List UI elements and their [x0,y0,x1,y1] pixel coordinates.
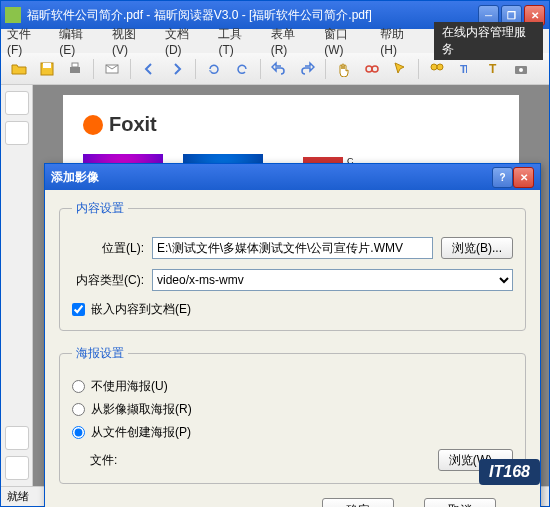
menu-view[interactable]: 视图(V) [112,26,151,57]
cancel-button[interactable]: 取消 [424,498,496,507]
hand-icon[interactable] [332,57,356,81]
menu-forms[interactable]: 表单(R) [271,26,311,57]
no-poster-label: 不使用海报(U) [91,378,168,395]
menubar: 文件(F) 编辑(E) 视图(V) 文档(D) 工具(T) 表单(R) 窗口(W… [1,29,549,53]
window-title: 福昕软件公司简介.pdf - 福昕阅读器V3.0 - [福昕软件公司简介.pdf… [27,7,478,24]
nav-prev-icon[interactable] [137,57,161,81]
sidebar [1,85,33,486]
svg-point-6 [372,66,378,72]
foxit-mark-icon [83,115,103,135]
rotate-icon[interactable] [202,57,226,81]
content-settings-group: 内容设置 位置(L): 浏览(B)... 内容类型(C): video/x-ms… [59,200,526,331]
menu-edit[interactable]: 编辑(E) [59,26,98,57]
dialog-help-button[interactable]: ? [492,167,513,188]
email-icon[interactable] [100,57,124,81]
menu-document[interactable]: 文档(D) [165,26,205,57]
foxit-text: Foxit [109,113,157,136]
location-label: 位置(L): [72,240,144,257]
svg-rect-1 [43,63,51,68]
pointer-icon[interactable] [388,57,412,81]
dialog-title: 添加影像 [51,169,492,186]
dialog-buttons: 确定 取消 [59,498,526,507]
content-settings-legend: 内容设置 [72,200,128,217]
foxit-logo: Foxit [83,105,499,144]
from-file-label: 从文件创建海报(P) [91,424,191,441]
glasses-icon[interactable] [360,57,384,81]
print-icon[interactable] [63,57,87,81]
poster-settings-legend: 海报设置 [72,345,128,362]
ok-button[interactable]: 确定 [322,498,394,507]
embed-label: 嵌入内容到文档(E) [91,301,191,318]
svg-rect-10 [466,65,467,73]
menu-tools[interactable]: 工具(T) [218,26,256,57]
dialog-body: 内容设置 位置(L): 浏览(B)... 内容类型(C): video/x-ms… [45,190,540,507]
from-video-radio[interactable] [72,403,85,416]
from-file-radio[interactable] [72,426,85,439]
svg-text:T: T [489,62,497,76]
location-input[interactable] [152,237,433,259]
from-video-label: 从影像撷取海报(R) [91,401,192,418]
snapshot-icon[interactable] [509,57,533,81]
redo-icon[interactable] [295,57,319,81]
svg-point-5 [366,66,372,72]
add-media-dialog: 添加影像 ? ✕ 内容设置 位置(L): 浏览(B)... 内容类型(C): v… [44,163,541,507]
menu-help[interactable]: 帮助(H) [380,26,420,57]
sidebar-bookmarks-icon[interactable] [5,91,29,115]
embed-checkbox[interactable] [72,303,85,316]
open-icon[interactable] [7,57,31,81]
app-icon [5,7,21,23]
svg-rect-2 [70,67,80,73]
find-icon[interactable] [425,57,449,81]
sidebar-pages-icon[interactable] [5,121,29,145]
menu-window[interactable]: 窗口(W) [324,26,366,57]
status-text: 就绪 [7,489,29,504]
svg-rect-3 [72,63,78,67]
svg-point-13 [519,68,523,72]
rotate2-icon[interactable] [230,57,254,81]
toolbar: T T [1,53,549,85]
dialog-titlebar: 添加影像 ? ✕ [45,164,540,190]
browse-location-button[interactable]: 浏览(B)... [441,237,513,259]
content-type-select[interactable]: video/x-ms-wmv [152,269,513,291]
sidebar-attach-icon[interactable] [5,456,29,480]
dialog-close-button[interactable]: ✕ [513,167,534,188]
text-tool-icon[interactable]: T [481,57,505,81]
banner-ad[interactable]: 在线内容管理服务 [434,22,543,60]
sidebar-layers-icon[interactable] [5,426,29,450]
watermark: IT168 [479,459,540,485]
menu-file[interactable]: 文件(F) [7,26,45,57]
svg-point-7 [431,64,437,70]
no-poster-radio[interactable] [72,380,85,393]
text-select-icon[interactable]: T [453,57,477,81]
file-label: 文件: [90,452,117,469]
undo-icon[interactable] [267,57,291,81]
svg-point-8 [437,64,443,70]
save-icon[interactable] [35,57,59,81]
svg-text:T: T [460,63,467,75]
nav-next-icon[interactable] [165,57,189,81]
content-type-label: 内容类型(C): [72,272,144,289]
poster-settings-group: 海报设置 不使用海报(U) 从影像撷取海报(R) 从文件创建海报(P) 文件: … [59,345,526,484]
